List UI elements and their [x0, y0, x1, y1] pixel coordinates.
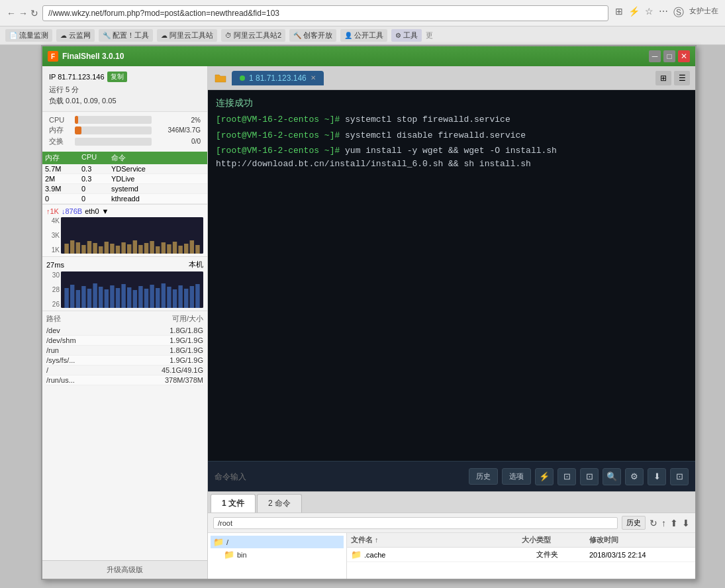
- file-up-icon[interactable]: ↑: [661, 518, 666, 528]
- paste-cmd-icon[interactable]: ⊡: [580, 468, 599, 485]
- bookmark-8[interactable]: ⚙ 工具: [391, 29, 422, 42]
- svg-rect-12: [127, 244, 131, 254]
- terminal-line-3: [root@VM-16-2-centos ~]# yum install -y …: [216, 144, 687, 170]
- server-tab[interactable]: 1 81.71.123.146 ✕: [232, 71, 324, 85]
- tab-close-icon[interactable]: ✕: [311, 74, 316, 81]
- download-cmd-icon[interactable]: ⬇: [648, 468, 666, 485]
- file-header-type[interactable]: 类型: [536, 535, 589, 545]
- file-name-label-0: .cache: [364, 551, 385, 559]
- bookmark-7[interactable]: 👤 公开工具: [340, 29, 387, 42]
- titlebar: F FinalShell 3.0.10 ─ □ ✕: [42, 46, 695, 66]
- browser-bar: ← → ↻ ⊞ ⚡ ☆ ⋯ Ⓢ 女护士在: [0, 0, 725, 26]
- address-bar[interactable]: [42, 5, 608, 21]
- net-y-1k: 1K: [46, 246, 60, 254]
- files-tab[interactable]: 1 文件: [211, 494, 256, 513]
- maximize-button[interactable]: □: [663, 50, 675, 62]
- latency-y-30: 30: [46, 271, 60, 279]
- ip-row: IP 81.71.123.146 复制: [49, 72, 201, 82]
- browser-forward-icon[interactable]: →: [19, 8, 28, 19]
- file-download-icon[interactable]: ⬇: [682, 518, 690, 528]
- bookmark-7-label: 公开工具: [354, 30, 383, 40]
- browser-refresh-icon[interactable]: ↻: [30, 8, 38, 19]
- process-row: 2M 0.3 YDLive: [42, 174, 207, 184]
- norton-icon[interactable]: Ⓢ: [673, 6, 684, 20]
- file-upload-icon[interactable]: ⬆: [670, 518, 678, 528]
- cpu-bar-container: [75, 116, 152, 124]
- svg-rect-8: [105, 242, 109, 254]
- svg-rect-27: [70, 285, 74, 308]
- latency-header: 27ms 本机: [46, 260, 203, 270]
- svg-rect-36: [121, 284, 125, 308]
- terminal[interactable]: 连接成功 [root@VM-16-2-centos ~]# systemctl …: [208, 90, 695, 461]
- options-button[interactable]: 选项: [502, 468, 531, 485]
- close-button[interactable]: ✕: [678, 50, 690, 62]
- disk-path-1: /dev/shm: [46, 336, 144, 344]
- list-view-button[interactable]: ☰: [674, 71, 690, 85]
- terminal-prompt-3: [root@VM-16-2-centos ~]#: [216, 146, 340, 156]
- menu-icon[interactable]: ⋯: [659, 6, 668, 20]
- disk-size-1: 1.9G/1.9G: [144, 336, 203, 344]
- disk-row: / 45.1G/49.1G: [46, 366, 203, 375]
- file-header-type-label: 类型: [536, 536, 551, 544]
- bookmark-2-label: 云监网: [69, 30, 91, 40]
- sidebar: IP 81.71.123.146 复制 运行 5 分 负载 0.01, 0.09…: [42, 66, 208, 579]
- settings-cmd-icon[interactable]: ⚙: [625, 468, 644, 485]
- copy-cmd-icon[interactable]: ⊡: [557, 468, 576, 485]
- bookmark-6[interactable]: 🔨 创客开放: [289, 29, 336, 42]
- search-cmd-icon[interactable]: 🔍: [603, 468, 621, 485]
- bookmark-4[interactable]: ☁ 阿里云工具站: [157, 29, 217, 42]
- grid-icon[interactable]: ⊞: [615, 6, 623, 20]
- proc-mem-0: 5.7M: [45, 165, 81, 173]
- bookmark-3[interactable]: 🔧 配置！工具: [99, 29, 153, 42]
- network-chart: [61, 217, 203, 254]
- browser-back-icon[interactable]: ←: [7, 8, 16, 19]
- file-list: 文件名 ↑ 大小 类型 修改时间: [347, 533, 695, 579]
- history-button[interactable]: 历史: [469, 468, 498, 485]
- bookmark-4-icon: ☁: [161, 32, 168, 39]
- star-icon[interactable]: ☆: [645, 6, 653, 20]
- minimize-button[interactable]: ─: [649, 50, 661, 62]
- file-row[interactable]: 📁 .cache 文件夹 2018/03/15 22:14: [347, 548, 695, 562]
- svg-rect-11: [121, 242, 125, 254]
- svg-rect-33: [105, 289, 109, 308]
- file-path-input[interactable]: [213, 517, 618, 529]
- svg-rect-31: [93, 283, 97, 308]
- disk-size-3: 1.9G/1.9G: [144, 356, 203, 364]
- command-input[interactable]: [215, 472, 465, 481]
- swap-text: 0/0: [154, 138, 201, 145]
- tree-item-root[interactable]: 📁 /: [211, 536, 344, 548]
- file-header-size[interactable]: 大小: [483, 535, 536, 545]
- tab-bar: 1 81.71.123.146 ✕ ⊞ ☰: [208, 66, 695, 90]
- file-tree[interactable]: 📁 / 📁 bin: [208, 533, 347, 579]
- svg-rect-18: [162, 242, 166, 254]
- svg-rect-21: [178, 246, 182, 254]
- bolt-cmd-icon[interactable]: ⚡: [535, 468, 554, 485]
- fullscreen-cmd-icon[interactable]: ⊡: [670, 468, 689, 485]
- svg-rect-48: [190, 286, 194, 308]
- file-refresh-icon[interactable]: ↻: [650, 518, 657, 528]
- view-buttons: ⊞ ☰: [655, 71, 690, 85]
- grid-view-button[interactable]: ⊞: [655, 71, 671, 85]
- disk-row: /run/us... 378M/378M: [46, 375, 203, 385]
- bookmark-2[interactable]: ☁ 云监网: [56, 29, 95, 42]
- bookmark-1[interactable]: 📄 流量监测: [5, 29, 52, 42]
- disk-size-0: 1.8G/1.8G: [144, 326, 203, 334]
- cpu-percent: 2%: [154, 117, 201, 124]
- copy-ip-button[interactable]: 复制: [107, 72, 127, 82]
- file-history-button[interactable]: 历史: [622, 516, 646, 530]
- bolt-icon[interactable]: ⚡: [628, 6, 640, 20]
- svg-rect-34: [110, 285, 114, 308]
- svg-rect-17: [156, 246, 160, 254]
- file-header-name[interactable]: 文件名 ↑: [351, 535, 483, 545]
- upgrade-button[interactable]: 升级高级版: [42, 560, 207, 579]
- net-dropdown-icon[interactable]: ▼: [102, 207, 109, 215]
- proc-mem-3: 0: [45, 195, 81, 203]
- tree-item-bin[interactable]: 📁 bin: [211, 548, 344, 561]
- bookmark-5[interactable]: ⏱ 阿里云工具站2: [221, 29, 285, 42]
- commands-tab[interactable]: 2 命令: [257, 494, 302, 513]
- bookmark-6-label: 创客开放: [303, 30, 332, 40]
- svg-rect-42: [156, 288, 160, 308]
- file-header-date[interactable]: 修改时间: [589, 535, 682, 545]
- svg-rect-29: [81, 286, 85, 308]
- folder-button[interactable]: [211, 69, 230, 87]
